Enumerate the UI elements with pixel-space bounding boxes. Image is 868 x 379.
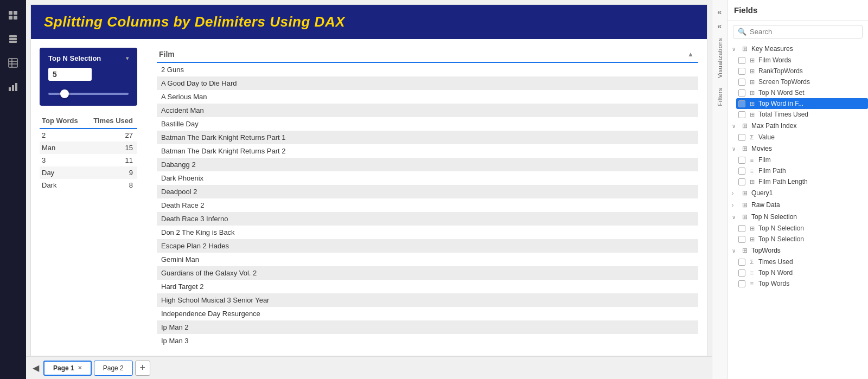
field-checkbox[interactable]	[738, 269, 745, 277]
group-table-icon: ⊞	[741, 145, 749, 152]
report-header: Splitting Columns by Delimiters Using DA…	[31, 5, 707, 39]
page-tab-1[interactable]: Page 1 ✕	[43, 361, 92, 376]
topn-value-box[interactable]: 5	[48, 68, 92, 81]
field-item[interactable]: ⊞RankTopWords	[736, 66, 868, 76]
page-tab-2[interactable]: Page 2	[94, 361, 133, 376]
field-item[interactable]: ⊞Total Times Used	[736, 109, 868, 120]
fields-panel-header: Fields	[727, 0, 868, 21]
film-list-item[interactable]: A Serious Man	[157, 90, 698, 104]
grid-icon[interactable]	[3, 5, 23, 25]
film-list-item[interactable]: Ip Man 3	[157, 334, 698, 347]
field-group-header-movies[interactable]: ∨⊞Movies	[727, 143, 868, 155]
search-box[interactable]: 🔍	[733, 25, 863, 38]
collapse-panel-button-1[interactable]: «	[718, 5, 722, 18]
field-items: ΣTimes Used≡Top N Word≡Top Words	[727, 256, 868, 289]
field-checkbox[interactable]	[738, 57, 745, 64]
visualizations-tab[interactable]: Visualizations	[716, 34, 724, 82]
layers-icon[interactable]	[3, 29, 23, 49]
field-checkbox[interactable]	[738, 178, 745, 185]
film-list-item[interactable]: Death Race 2	[157, 198, 698, 212]
prev-page-button[interactable]: ◀	[30, 363, 41, 373]
film-list-item[interactable]: Death Race 3 Inferno	[157, 212, 698, 226]
film-list-item[interactable]: Bastille Day	[157, 117, 698, 131]
svg-rect-11	[9, 87, 11, 91]
field-item[interactable]: ⊞Screen TopWords	[736, 76, 868, 87]
field-item[interactable]: ⊞Film Path Length	[736, 176, 868, 187]
film-list-item[interactable]: 2 Guns	[157, 63, 698, 76]
film-list-item[interactable]: Don 2 The King is Back	[157, 226, 698, 239]
field-item[interactable]: ⊞Top N Word Set	[736, 87, 868, 98]
field-checkbox[interactable]	[738, 100, 745, 107]
field-group-header-max-path-index[interactable]: ∨⊞Max Path Index	[727, 120, 868, 132]
field-checkbox[interactable]	[738, 134, 745, 141]
field-item[interactable]: ΣTimes Used	[736, 256, 868, 267]
film-list-item[interactable]: Hard Target 2	[157, 280, 698, 293]
svg-rect-13	[15, 83, 17, 91]
field-type-icon: ⊞	[748, 111, 756, 118]
film-list-item[interactable]: Escape Plan 2 Hades	[157, 239, 698, 253]
film-list-item[interactable]: Independence Day Resurgence	[157, 307, 698, 320]
analytics-icon[interactable]	[3, 77, 23, 97]
count-cell: 11	[87, 154, 137, 166]
field-checkbox[interactable]	[738, 157, 745, 164]
field-checkbox[interactable]	[738, 79, 745, 86]
field-item[interactable]: ⊞Top N Selection	[736, 223, 868, 234]
search-input[interactable]	[750, 28, 858, 36]
field-item[interactable]: ≡Top Words	[736, 278, 868, 289]
film-list-item[interactable]: Dabangg 2	[157, 158, 698, 171]
field-checkbox[interactable]	[738, 280, 745, 287]
field-group: ∨⊞Max Path IndexΣValue	[727, 120, 868, 143]
field-item[interactable]: ≡Film Path	[736, 165, 868, 176]
add-page-button[interactable]: +	[135, 361, 150, 376]
field-item[interactable]: ΣValue	[736, 132, 868, 143]
field-checkbox[interactable]	[738, 236, 745, 243]
field-type-icon: ⊞	[748, 68, 756, 75]
filters-tab[interactable]: Filters	[716, 83, 724, 110]
field-group: ›⊞Query1	[727, 187, 868, 199]
table-icon[interactable]	[3, 53, 23, 73]
tab-close-1[interactable]: ✕	[78, 365, 82, 371]
group-table-icon: ⊞	[741, 201, 749, 209]
field-group: ∨⊞TopWordsΣTimes Used≡Top N Word≡Top Wor…	[727, 245, 868, 289]
field-item[interactable]: ≡Film	[736, 155, 868, 165]
report-title: Splitting Columns by Delimiters Using DA…	[44, 14, 694, 30]
field-checkbox[interactable]	[738, 259, 745, 266]
field-checkbox[interactable]	[738, 225, 745, 232]
field-checkbox[interactable]	[738, 68, 745, 75]
film-list-item[interactable]: Guardians of the Galaxy Vol. 2	[157, 266, 698, 280]
field-group-header-raw-data[interactable]: ›⊞Raw Data	[727, 199, 868, 211]
field-name-label: Film Path	[758, 167, 864, 175]
svg-rect-6	[9, 41, 17, 43]
field-group-header-top-n-selection[interactable]: ∨⊞Top N Selection	[727, 211, 868, 223]
field-type-icon: Σ	[748, 259, 756, 265]
film-list-item[interactable]: Batman The Dark Knight Returns Part 1	[157, 131, 698, 144]
film-list-item[interactable]: High School Musical 3 Senior Year	[157, 293, 698, 307]
field-group-header-query1[interactable]: ›⊞Query1	[727, 187, 868, 199]
collapse-panel-button-2[interactable]: «	[718, 20, 722, 33]
topn-dropdown-arrow[interactable]: ▾	[126, 55, 129, 61]
field-item[interactable]: ⊞Top N Selection	[736, 234, 868, 245]
svg-rect-5	[9, 38, 17, 40]
film-scroll-up-icon[interactable]: ▲	[687, 50, 694, 58]
film-list-scroll[interactable]: 2 GunsA Good Day to Die HardA Serious Ma…	[157, 63, 698, 347]
topn-slider[interactable]	[48, 88, 129, 99]
field-item[interactable]: ≡Top N Word	[736, 267, 868, 278]
film-list-item[interactable]: Gemini Man	[157, 253, 698, 266]
field-group-header-key-measures[interactable]: ∨⊞Key Measures	[727, 43, 868, 55]
count-cell: 15	[87, 142, 137, 154]
field-checkbox[interactable]	[738, 168, 745, 175]
film-list-item[interactable]: Accident Man	[157, 104, 698, 117]
field-item[interactable]: ⊞Top Word in F...	[736, 98, 868, 109]
page-tabs: ◀ Page 1 ✕ Page 2 +	[26, 356, 712, 379]
film-list-item[interactable]: Dark Phoenix	[157, 171, 698, 185]
field-checkbox[interactable]	[738, 89, 745, 97]
field-item[interactable]: ⊞Film Words	[736, 55, 868, 66]
film-list-item[interactable]: Ip Man 2	[157, 320, 698, 334]
film-list-item[interactable]: Deadpool 2	[157, 185, 698, 198]
field-group-header-topwords[interactable]: ∨⊞TopWords	[727, 245, 868, 256]
slider-thumb[interactable]	[60, 89, 69, 98]
film-list-item[interactable]: Batman The Dark Knight Returns Part 2	[157, 144, 698, 158]
field-checkbox[interactable]	[738, 111, 745, 118]
fields-tree: ∨⊞Key Measures⊞Film Words⊞RankTopWords⊞S…	[727, 43, 868, 379]
film-list-item[interactable]: A Good Day to Die Hard	[157, 76, 698, 90]
